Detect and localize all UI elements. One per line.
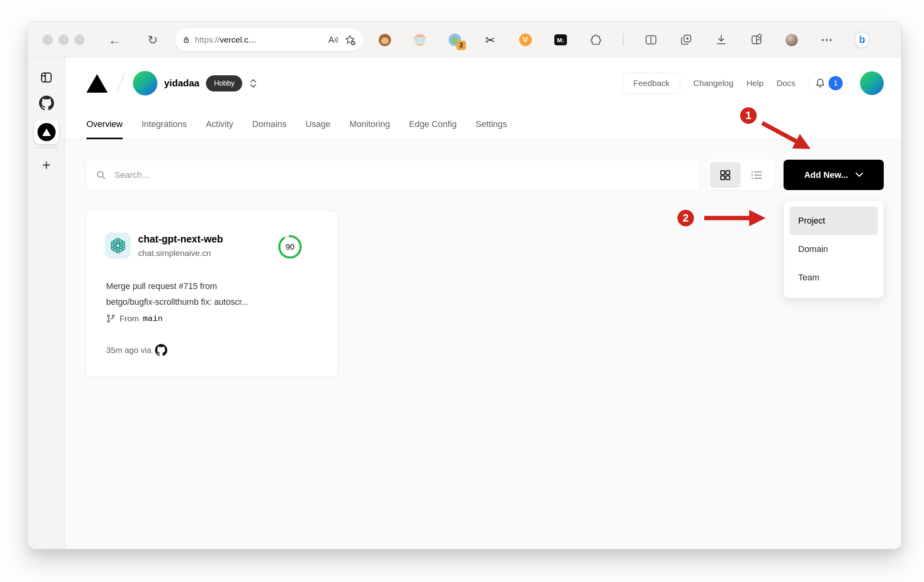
deployment-meta: 35m ago via bbox=[106, 344, 167, 356]
add-new-label: Add New... bbox=[804, 170, 848, 180]
list-view-button[interactable] bbox=[741, 162, 772, 188]
sidebar-divider bbox=[34, 147, 58, 148]
browser-toolbar: ← ↻ https://vercel.c… A bbox=[28, 22, 901, 58]
star-plus-icon bbox=[344, 34, 356, 46]
lock-icon bbox=[181, 35, 191, 45]
sidebar-github-button[interactable] bbox=[28, 95, 65, 110]
split-screen-icon bbox=[644, 33, 658, 47]
url-scheme: https:// bbox=[195, 35, 220, 44]
traffic-minimize-button[interactable] bbox=[58, 35, 69, 45]
address-bar[interactable]: https://vercel.c… A bbox=[175, 28, 363, 51]
tab-activity[interactable]: Activity bbox=[206, 109, 234, 139]
project-favicon-tile bbox=[105, 233, 131, 259]
reload-button[interactable]: ↻ bbox=[143, 22, 162, 58]
extensions-menu-button[interactable] bbox=[588, 32, 604, 48]
reader-sound-waves-icon bbox=[334, 35, 339, 45]
traffic-zoom-button[interactable] bbox=[74, 35, 84, 45]
tab-settings[interactable]: Settings bbox=[476, 109, 507, 139]
markdown-extension-button[interactable]: M↓ bbox=[553, 32, 569, 48]
bing-chat-button[interactable]: b bbox=[854, 32, 870, 48]
commit-line-2: betgo/bugfix-scrollthumb fix: autoscr... bbox=[106, 294, 327, 310]
github-icon bbox=[155, 344, 167, 356]
search-input[interactable] bbox=[114, 170, 690, 181]
tab-usage[interactable]: Usage bbox=[305, 109, 331, 139]
back-arrow-icon: ← bbox=[108, 32, 122, 48]
list-view-icon bbox=[750, 169, 763, 181]
project-name[interactable]: chat-gpt-next-web bbox=[138, 233, 223, 245]
downloads-button[interactable] bbox=[713, 32, 729, 48]
scissors-icon: ✂ bbox=[485, 33, 495, 47]
sidebar-add-button[interactable]: + bbox=[28, 157, 65, 173]
project-card[interactable]: chat-gpt-next-web chat.simplenaive.cn 90 bbox=[86, 210, 338, 377]
changelog-link[interactable]: Changelog bbox=[693, 78, 733, 88]
back-button[interactable]: ← bbox=[105, 22, 124, 58]
dashboard-tabs: Overview Integrations Activity Domains U… bbox=[65, 109, 901, 139]
score-value: 90 bbox=[277, 234, 303, 259]
add-new-button[interactable]: Add New... bbox=[784, 160, 884, 190]
project-search bbox=[86, 160, 700, 190]
docs-link[interactable]: Docs bbox=[776, 78, 795, 88]
feedback-button[interactable]: Feedback bbox=[623, 73, 680, 94]
traffic-close-button[interactable] bbox=[43, 35, 53, 45]
tab-domains[interactable]: Domains bbox=[252, 109, 286, 139]
tab-integrations[interactable]: Integrations bbox=[142, 109, 187, 139]
grid-view-icon bbox=[719, 169, 731, 181]
chevron-up-icon bbox=[250, 79, 256, 83]
browser-essentials-icon bbox=[750, 33, 763, 47]
notifications-button[interactable]: 1 bbox=[808, 73, 847, 94]
grid-view-button[interactable] bbox=[710, 162, 741, 188]
v-extension-button[interactable]: V bbox=[518, 32, 533, 48]
dropdown-item-team[interactable]: Team bbox=[789, 263, 878, 292]
monkey-extension-icon bbox=[379, 34, 391, 46]
branch-name: main bbox=[143, 314, 163, 323]
toolbar-divider bbox=[623, 34, 624, 46]
reader-mode-button[interactable]: A bbox=[328, 35, 339, 45]
deployed-time: 35m ago via bbox=[106, 345, 151, 355]
vercel-site-icon bbox=[34, 120, 59, 144]
plan-badge: Hobby bbox=[206, 75, 242, 91]
notification-count-badge: 1 bbox=[829, 76, 843, 90]
team-name: yidadaa bbox=[164, 78, 199, 89]
svg-text:b: b bbox=[859, 34, 865, 45]
v-extension-icon: V bbox=[519, 34, 532, 46]
collections-button[interactable] bbox=[678, 32, 694, 48]
tab-edge-config[interactable]: Edge Config bbox=[409, 109, 456, 139]
branch-prefix: From bbox=[120, 314, 139, 323]
reload-icon: ↻ bbox=[148, 33, 158, 47]
browser-essentials-button[interactable] bbox=[749, 32, 765, 48]
face-extension-button[interactable] bbox=[412, 32, 428, 48]
dropdown-item-domain[interactable]: Domain bbox=[789, 235, 878, 263]
git-branch-icon bbox=[106, 314, 116, 323]
search-icon bbox=[95, 170, 107, 181]
badged-extension-button[interactable]: 2 bbox=[447, 32, 463, 48]
face-extension-icon bbox=[414, 34, 426, 46]
chevron-down-icon bbox=[855, 172, 863, 177]
url-text[interactable]: https://vercel.c… bbox=[195, 35, 324, 45]
browser-profile-button[interactable] bbox=[784, 32, 800, 48]
url-host: vercel.c… bbox=[220, 35, 256, 44]
reader-mode-icon: A bbox=[328, 35, 334, 45]
more-options-button[interactable] bbox=[819, 32, 835, 48]
download-icon bbox=[715, 33, 728, 47]
split-screen-button[interactable] bbox=[643, 32, 659, 48]
collections-icon bbox=[679, 33, 693, 47]
profile-avatar bbox=[786, 34, 798, 46]
help-link[interactable]: Help bbox=[746, 78, 763, 88]
plus-icon: + bbox=[42, 157, 51, 173]
tab-monitoring[interactable]: Monitoring bbox=[350, 109, 390, 139]
clipper-extension-button[interactable]: ✂ bbox=[482, 32, 498, 48]
dropdown-item-project[interactable]: Project bbox=[789, 207, 878, 235]
monkey-extension-button[interactable] bbox=[377, 32, 393, 48]
commit-message: Merge pull request #715 from betgo/bugfi… bbox=[106, 278, 327, 310]
project-domain[interactable]: chat.simplenaive.cn bbox=[138, 248, 223, 258]
sidebar-panel-button[interactable] bbox=[28, 71, 65, 84]
bing-chat-icon: b bbox=[854, 32, 870, 48]
vercel-header: yidadaa Hobby Feedback Changelog Help Do… bbox=[65, 58, 901, 109]
tab-overview[interactable]: Overview bbox=[86, 109, 123, 139]
user-avatar[interactable] bbox=[860, 71, 884, 95]
scope-switcher[interactable] bbox=[250, 79, 256, 88]
branch-row: From main bbox=[106, 314, 163, 323]
sidebar-vercel-tab[interactable] bbox=[28, 120, 65, 144]
add-favorite-button[interactable] bbox=[344, 34, 356, 46]
extensions-row: 2 ✂ V M↓ bbox=[377, 30, 870, 50]
